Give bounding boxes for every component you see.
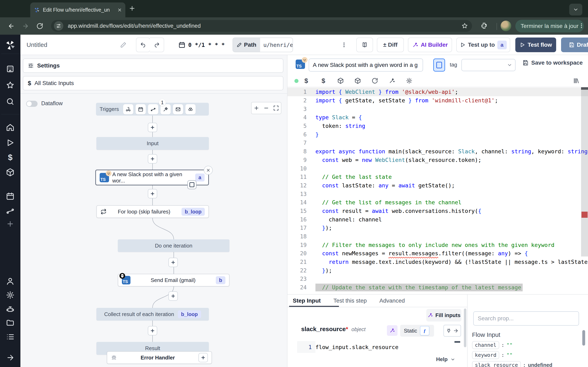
flow-input-node[interactable]: Input	[96, 137, 209, 150]
sidebar-item-favorites[interactable]	[6, 81, 15, 90]
schedule-calendar-icon[interactable]	[178, 38, 185, 52]
add-step-button[interactable]	[148, 123, 157, 132]
diff-button[interactable]: ± Diff	[377, 38, 404, 52]
delete-step-icon[interactable]	[204, 166, 213, 175]
code-line[interactable]: 11 // Get the last state	[287, 173, 588, 181]
package-icon[interactable]	[337, 77, 344, 84]
code-line[interactable]: 4type Slack = {	[287, 113, 588, 122]
error-handler-node[interactable]: Error Handler	[107, 351, 212, 364]
schedule-cron-text[interactable]: 0 */1 * * *	[188, 38, 225, 52]
flow-input-row[interactable]: channel : ""	[472, 341, 552, 349]
send-email-node[interactable]: TS Send Email (gmail) b	[118, 274, 229, 286]
browser-update-button[interactable]: Terminer la mise à jour	[515, 20, 584, 33]
flow-input-row[interactable]: keyword : ""	[472, 351, 552, 359]
javascript-expr-icon[interactable]: ƒ	[420, 326, 429, 335]
code-line[interactable]: 18	[287, 232, 588, 241]
ai-builder-button[interactable]: AI Builder	[408, 38, 452, 52]
code-line[interactable]: 9 const web = new WebClient(slack_resour…	[287, 156, 588, 164]
address-bar[interactable]: app.windmill.dev/flows/edit/u/henri/effe…	[51, 20, 472, 32]
step-summary-input[interactable]	[309, 58, 423, 72]
path-chip[interactable]: Path u/henri/eff	[233, 38, 293, 52]
add-step-button[interactable]	[168, 291, 178, 301]
do-one-iteration-node[interactable]: Do one iteration	[118, 239, 229, 252]
tab-advanced[interactable]: Advanced	[379, 298, 405, 304]
sidebar-item-add[interactable]	[6, 220, 14, 228]
code-line[interactable]: 21 return message.text.includes(keyword)…	[287, 258, 588, 266]
code-line[interactable]: 22 });	[287, 266, 588, 275]
browser-tab[interactable]: Edit Flow u/henri/effective_un	[30, 2, 125, 17]
flow-input-row[interactable]: slack_resource : undefined	[472, 361, 552, 367]
panel-scrollbar[interactable]	[464, 309, 466, 347]
tab-step-input[interactable]: Step Input	[293, 298, 321, 304]
forward-button[interactable]	[20, 21, 31, 31]
editor-settings-gear-icon[interactable]	[406, 77, 412, 84]
code-editor[interactable]: 1import { WebClient } from '@slack/web-a…	[287, 88, 588, 294]
sidebar-collapse-icon[interactable]	[6, 354, 14, 362]
ai-fill-button[interactable]	[387, 325, 398, 336]
help-link[interactable]: Help	[436, 356, 455, 363]
add-step-button[interactable]	[148, 189, 157, 198]
sidebar-item-runs[interactable]	[6, 138, 15, 147]
package-icon[interactable]	[355, 77, 361, 84]
more-options-kebab-icon[interactable]	[341, 38, 347, 52]
code-line[interactable]: 1import { WebClient } from '@slack/web-a…	[287, 88, 588, 96]
code-line[interactable]: 19 // Filter the messages to only includ…	[287, 241, 588, 249]
sidebar-item-schedules[interactable]	[6, 192, 15, 200]
fit-view-button[interactable]	[273, 105, 279, 111]
zoom-out-button[interactable]	[263, 105, 269, 111]
webhook-trigger-icon[interactable]	[123, 104, 133, 114]
props-scrollbar[interactable]	[582, 330, 585, 346]
poll-trigger-icon[interactable]	[185, 104, 196, 114]
schedule-trigger-icon[interactable]	[136, 104, 146, 114]
profile-avatar[interactable]	[501, 21, 511, 31]
sidebar-item-variables[interactable]: $	[8, 153, 12, 162]
code-line[interactable]: 3	[287, 105, 588, 113]
tag-select[interactable]	[461, 59, 516, 71]
all-static-inputs-button[interactable]: $ All Static Inputs	[23, 76, 283, 90]
save-to-workspace-button[interactable]: Save to workspace	[522, 59, 583, 66]
code-line[interactable]: 6}	[287, 130, 588, 139]
reload-icon[interactable]	[372, 77, 378, 84]
horizontal-scrollbar[interactable]	[315, 284, 523, 291]
draft-button[interactable]: Draft	[561, 38, 588, 52]
code-line[interactable]: 7	[287, 139, 588, 147]
back-button[interactable]	[6, 21, 16, 31]
editor-scrollbar[interactable]	[581, 87, 588, 257]
code-line[interactable]: 8export async function main(slack_resour…	[287, 147, 588, 156]
flow-name-field[interactable]: Untitled	[26, 38, 47, 52]
slack-step-node[interactable]: TS A new Slack post with a given wor... …	[95, 170, 209, 185]
expression-text[interactable]: flow_input.slack_resource	[315, 344, 398, 350]
triggers-bar[interactable]: Triggers 1	[96, 103, 209, 116]
dataflow-toggle[interactable]	[26, 101, 38, 107]
sidebar-item-folders[interactable]	[6, 318, 15, 327]
input-mode-toggle[interactable]: Static ƒ	[400, 325, 434, 337]
static-variables-icon[interactable]: $	[321, 77, 325, 84]
sidebar-item-home[interactable]	[6, 123, 15, 132]
route-trigger-icon[interactable]	[148, 104, 158, 114]
code-line[interactable]: 16 channel: channel	[287, 215, 588, 224]
code-line[interactable]: 17 });	[287, 224, 588, 232]
step-stop-icon[interactable]	[187, 180, 196, 189]
search-prop-input[interactable]	[473, 311, 579, 325]
code-line[interactable]: 15 const result = await web.conversation…	[287, 207, 588, 215]
input-expression-editor[interactable]: 1 flow_input.slack_resource	[297, 341, 461, 353]
add-error-handler-button[interactable]	[199, 353, 208, 362]
variables-icon[interactable]: $	[304, 77, 308, 84]
code-line[interactable]: 13	[287, 190, 588, 198]
flow-settings-button[interactable]: Settings	[23, 58, 283, 73]
ai-wand-icon[interactable]	[389, 77, 395, 84]
bookmark-star-icon[interactable]	[461, 23, 468, 29]
test-flow-button[interactable]: Test flow	[515, 38, 556, 52]
step-select-button[interactable]	[433, 58, 445, 72]
code-line[interactable]: 24 // Update the state with the timestam…	[287, 283, 588, 292]
code-line[interactable]: 12 const lastState: any = await getState…	[287, 181, 588, 190]
sidebar-item-routes[interactable]	[6, 207, 15, 215]
tab-close-icon[interactable]	[117, 8, 122, 12]
undo-button[interactable]	[136, 38, 150, 52]
code-line[interactable]: 23	[287, 275, 588, 283]
new-tab-button[interactable]	[129, 5, 136, 12]
zoom-in-button[interactable]	[254, 105, 259, 111]
sidebar-item-search[interactable]	[6, 97, 15, 106]
code-line[interactable]: 14 // Get the list of messages in the ch…	[287, 198, 588, 207]
redo-button[interactable]	[150, 38, 164, 52]
